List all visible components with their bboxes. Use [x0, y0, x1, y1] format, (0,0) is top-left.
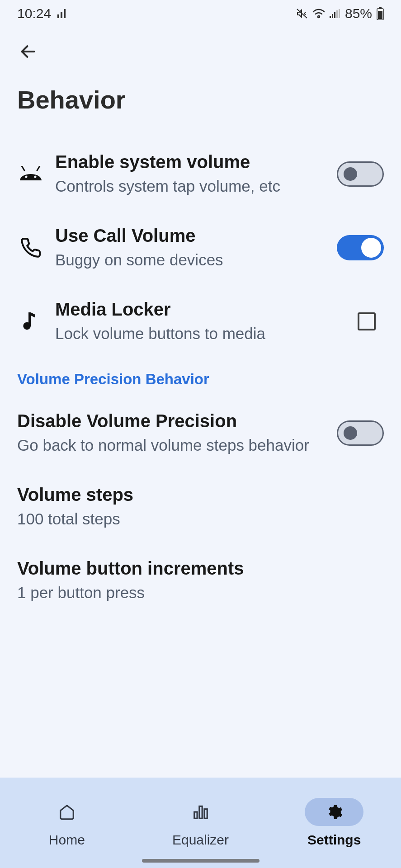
setting-sub: Go back to normal volume steps behavior [17, 434, 323, 456]
nav-home[interactable]: Home [0, 778, 134, 868]
setting-volume-steps[interactable]: Volume steps 100 total steps [17, 470, 384, 543]
setting-title: Media Locker [55, 298, 323, 321]
setting-title: Enable system volume [55, 151, 323, 173]
equalizer-icon [192, 803, 209, 821]
gesture-bar [142, 859, 259, 863]
setting-button-increments[interactable]: Volume button increments 1 per button pr… [17, 543, 384, 617]
setting-enable-system-volume[interactable]: Enable system volume Controls system tap… [17, 137, 384, 211]
svg-rect-3 [330, 16, 331, 18]
setting-title: Disable Volume Precision [17, 410, 323, 432]
setting-sub: Controls system tap volume, etc [55, 175, 323, 197]
svg-point-12 [25, 175, 28, 178]
svg-rect-0 [57, 14, 59, 18]
app-bar [0, 27, 401, 71]
toggle-use-call-volume[interactable] [337, 235, 384, 260]
svg-rect-16 [204, 809, 207, 819]
nav-label: Equalizer [172, 832, 229, 848]
setting-title: Volume steps [17, 483, 384, 506]
svg-rect-1 [61, 12, 62, 18]
setting-sub: 100 total steps [17, 508, 384, 530]
android-icon [17, 166, 44, 182]
svg-rect-7 [339, 9, 340, 18]
phone-icon [17, 237, 44, 259]
music-note-icon [17, 311, 44, 332]
settings-content: Enable system volume Controls system tap… [0, 137, 401, 778]
setting-title: Volume button increments [17, 557, 384, 580]
cell-signal-icon [330, 9, 340, 18]
svg-point-13 [34, 175, 37, 178]
nav-equalizer[interactable]: Equalizer [134, 778, 268, 868]
svg-rect-5 [334, 12, 335, 18]
battery-percent: 85% [345, 6, 372, 21]
toggle-enable-system-volume[interactable] [337, 161, 384, 187]
home-icon [58, 803, 75, 821]
setting-sub: Lock volume buttons to media [55, 322, 323, 344]
setting-sub: 1 per button press [17, 581, 384, 604]
battery-icon [377, 7, 384, 20]
svg-rect-15 [199, 806, 202, 818]
svg-rect-14 [194, 812, 197, 818]
checkbox-media-locker[interactable] [358, 312, 376, 330]
svg-rect-2 [64, 9, 66, 18]
setting-sub: Buggy on some devices [55, 249, 323, 271]
svg-rect-4 [332, 14, 333, 18]
nav-label: Settings [307, 832, 361, 848]
status-bar: 10:24 85% [0, 0, 401, 27]
bottom-nav: Home Equalizer Settings [0, 778, 401, 868]
section-volume-precision: Volume Precision Behavior [17, 358, 384, 396]
signal-icon [57, 9, 67, 18]
back-button[interactable] [17, 41, 39, 62]
setting-media-locker[interactable]: Media Locker Lock volume buttons to medi… [17, 284, 384, 358]
nav-label: Home [49, 832, 85, 848]
status-time: 10:24 [17, 6, 51, 21]
svg-rect-10 [378, 11, 382, 19]
gear-icon [326, 803, 343, 821]
wifi-icon [312, 9, 325, 19]
page-title: Behavior [0, 71, 401, 137]
nav-settings[interactable]: Settings [267, 778, 401, 868]
svg-rect-6 [336, 10, 338, 18]
setting-use-call-volume[interactable]: Use Call Volume Buggy on some devices [17, 211, 384, 284]
setting-disable-precision[interactable]: Disable Volume Precision Go back to norm… [17, 396, 384, 470]
setting-title: Use Call Volume [55, 224, 323, 247]
toggle-disable-precision[interactable] [337, 420, 384, 446]
mute-icon [296, 8, 308, 19]
